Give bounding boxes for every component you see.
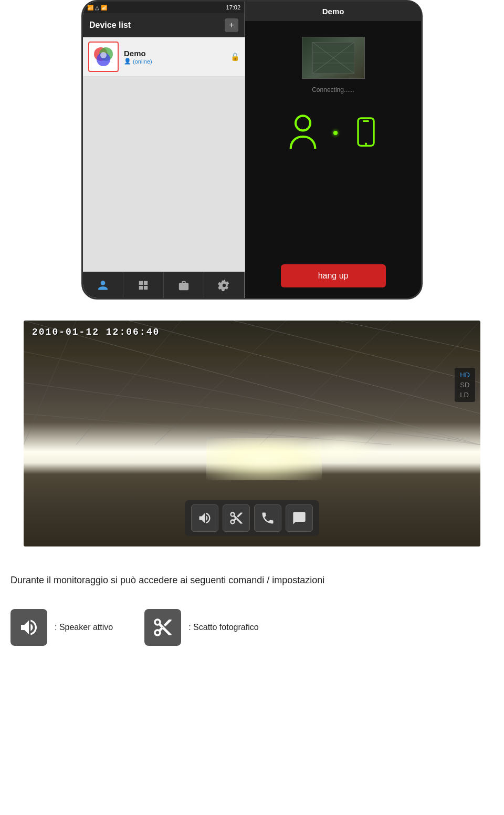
camera-preview-bg bbox=[302, 37, 364, 78]
person-nav-icon bbox=[97, 280, 109, 291]
svg-line-17 bbox=[339, 321, 480, 352]
svg-point-13 bbox=[364, 142, 367, 145]
wifi-icon: △ bbox=[95, 5, 99, 11]
device-list-item[interactable]: Demo 👤 (online) 🔓 bbox=[83, 37, 245, 77]
demo-title: Demo bbox=[245, 2, 421, 21]
add-device-button[interactable]: + bbox=[225, 18, 238, 32]
demo-panel: Demo Connecting...... bbox=[245, 2, 421, 298]
gear-nav-icon bbox=[218, 280, 230, 291]
scissors-button[interactable] bbox=[223, 504, 250, 532]
nav-person-button[interactable] bbox=[83, 272, 123, 298]
svg-rect-11 bbox=[358, 118, 374, 146]
description-section: Durante il monitoraggio si può accedere … bbox=[0, 557, 504, 599]
svg-point-10 bbox=[296, 116, 310, 130]
svg-line-16 bbox=[234, 321, 480, 383]
svg-line-24 bbox=[260, 321, 391, 445]
ceiling-grid bbox=[24, 321, 480, 445]
device-status: 👤 (online) bbox=[124, 58, 225, 65]
scissors-icon-box bbox=[144, 609, 181, 646]
svg-point-3 bbox=[100, 52, 107, 58]
phone-frame: 📶 △ 📶 17:02 Device list + bbox=[81, 0, 423, 300]
light-spot-2 bbox=[298, 434, 382, 465]
svg-line-21 bbox=[24, 321, 76, 445]
speaker-label: : Speaker attivo bbox=[55, 623, 113, 632]
speaker-demo-icon bbox=[18, 617, 39, 638]
phone-screenshots-section: 📶 △ 📶 17:02 Device list + bbox=[0, 0, 504, 310]
briefcase-nav-icon bbox=[178, 280, 190, 291]
connecting-status: Connecting...... bbox=[312, 86, 354, 94]
talk-button[interactable] bbox=[286, 504, 313, 532]
connection-dot bbox=[333, 131, 338, 135]
camera-timestamp: 2010-01-12 12:06:40 bbox=[32, 327, 160, 337]
call-button[interactable] bbox=[254, 504, 281, 532]
device-name: Demo bbox=[124, 49, 225, 58]
scissors-label: : Scatto fotografico bbox=[188, 623, 258, 632]
bluetooth-icon: 📶 bbox=[87, 5, 93, 11]
speaker-icon-item: : Speaker attivo bbox=[10, 609, 113, 646]
svg-line-23 bbox=[155, 321, 286, 445]
camera-feed-section: 2010-01-12 12:06:40 HD SD LD bbox=[0, 310, 504, 557]
device-list-header: Device list + bbox=[83, 13, 245, 37]
status-bar: 📶 △ 📶 17:02 bbox=[83, 2, 245, 13]
device-status-text: (online) bbox=[133, 58, 152, 65]
empty-list-area bbox=[83, 77, 245, 272]
main-description: Durante il monitoraggio si può accedere … bbox=[10, 573, 494, 588]
lock-icon: 🔓 bbox=[230, 53, 239, 61]
speaker-button[interactable] bbox=[191, 504, 218, 532]
bottom-navigation bbox=[83, 272, 245, 298]
camera-feed: 2010-01-12 12:06:40 HD SD LD bbox=[24, 321, 480, 546]
svg-line-14 bbox=[24, 321, 480, 445]
nav-grid-button[interactable] bbox=[123, 272, 164, 298]
user-icon: 👤 bbox=[124, 58, 131, 65]
speaker-icon bbox=[197, 511, 212, 525]
quality-sd[interactable]: SD bbox=[460, 381, 470, 389]
camera-preview-thumbnail bbox=[302, 37, 365, 79]
nav-briefcase-button[interactable] bbox=[164, 272, 204, 298]
connection-icons bbox=[288, 115, 379, 151]
app-logo-icon bbox=[91, 45, 116, 69]
phone-green-icon bbox=[353, 117, 379, 149]
device-list-title: Device list bbox=[89, 20, 131, 30]
preview-image bbox=[312, 42, 354, 74]
talk-icon bbox=[292, 511, 307, 525]
status-time: 17:02 bbox=[226, 4, 241, 11]
speaker-icon-box bbox=[10, 609, 47, 646]
quality-panel: HD SD LD bbox=[455, 368, 475, 402]
quality-hd[interactable]: HD bbox=[460, 371, 470, 379]
svg-line-15 bbox=[129, 321, 480, 414]
status-icons-left: 📶 △ 📶 bbox=[87, 5, 107, 11]
hang-up-button[interactable]: hang up bbox=[281, 264, 386, 287]
icons-section: : Speaker attivo : Scatto fotografico bbox=[0, 599, 504, 656]
grid-nav-icon bbox=[138, 280, 149, 291]
device-avatar bbox=[88, 42, 119, 72]
scissors-demo-icon bbox=[152, 617, 173, 638]
nav-gear-button[interactable] bbox=[204, 272, 245, 298]
person-green-icon bbox=[288, 115, 318, 151]
device-info: Demo 👤 (online) bbox=[124, 49, 225, 65]
camera-controls bbox=[185, 500, 319, 536]
call-icon bbox=[260, 511, 275, 525]
scissors-icon-item: : Scatto fotografico bbox=[144, 609, 258, 646]
device-list-panel: 📶 △ 📶 17:02 Device list + bbox=[83, 2, 245, 298]
scissors-icon bbox=[229, 511, 244, 525]
svg-line-19 bbox=[24, 383, 480, 445]
signal-icon: 📶 bbox=[101, 5, 107, 11]
quality-ld[interactable]: LD bbox=[460, 391, 470, 399]
